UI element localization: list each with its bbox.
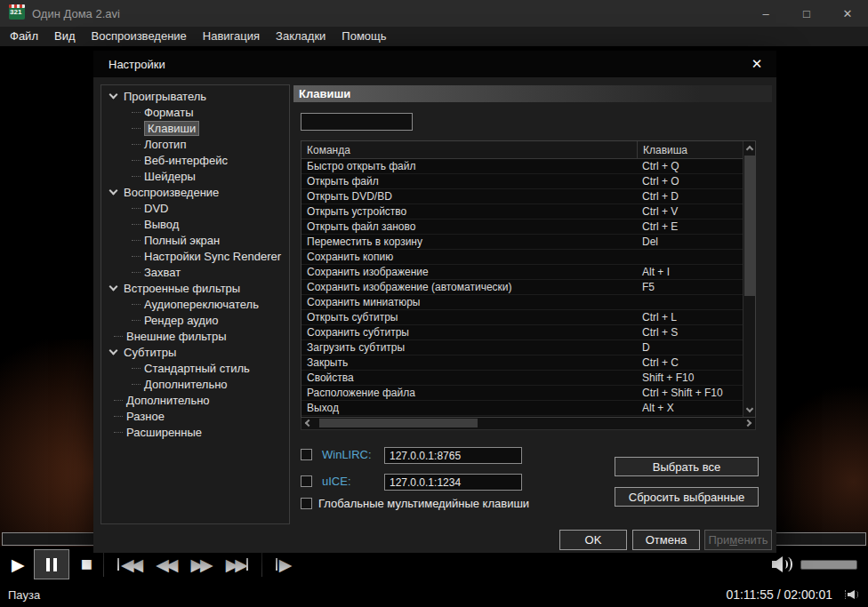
winlirc-address-input[interactable] [384,447,522,464]
key-cell: Ctrl + V [637,204,743,219]
table-row[interactable]: Загрузить субтитрыD [301,340,743,355]
table-row[interactable]: Сохранить субтитрыCtrl + S [301,325,743,340]
fast-forward-button[interactable]: ▶▶ [182,549,217,579]
key-cell: Ctrl + L [637,310,743,324]
rewind-icon: ◀◀ [156,555,174,575]
menu-playback[interactable]: Воспроизведение [84,27,195,46]
tree-item-output[interactable]: Вывод [101,216,289,232]
uice-checkbox[interactable] [301,475,312,487]
tree-item-formats[interactable]: Форматы [101,104,289,120]
tree-item-fullscreen[interactable]: Полный экран [101,232,289,248]
scroll-up-icon[interactable] [745,146,752,153]
menu-file[interactable]: Файл [2,27,46,46]
volume-controls [772,555,857,574]
tree-item-capture[interactable]: Захват [101,264,289,280]
global-media-keys-checkbox[interactable] [301,498,312,509]
divider [261,552,262,577]
scroll-down-icon[interactable] [746,405,753,412]
table-row[interactable]: Сохранить изображение (автоматически)F5 [301,280,743,295]
menu-view[interactable]: Вид [46,27,84,46]
table-row[interactable]: Сохранить изображениеAlt + I [301,265,743,280]
command-cell: Свойства [301,371,637,385]
uice-address-input[interactable] [384,474,522,491]
command-cell: Выход [301,401,637,415]
ok-button[interactable]: OK [559,530,627,550]
tree-item-sync-renderer[interactable]: Настройки Sync Renderer [101,248,289,264]
tree-item-subtitles-misc[interactable]: Дополнительно [101,376,289,392]
tree-connector [132,240,141,241]
rewind-button[interactable]: ◀◀ [148,549,182,579]
table-row[interactable]: Переместить в корзинуDel [301,235,743,250]
menu-bookmarks[interactable]: Закладки [268,27,334,46]
close-button[interactable]: ✕ [827,0,868,27]
fast-forward-icon: ▶▶ [190,555,209,575]
key-cell [637,250,743,264]
table-row[interactable]: Открыть файл зановоCtrl + E [301,220,743,235]
table-row[interactable]: Открыть DVD/BDCtrl + D [301,189,743,204]
select-all-button[interactable]: Выбрать все [615,457,759,476]
search-input[interactable] [301,113,413,131]
frame-step-button[interactable]: ▶ [268,549,298,579]
tree-item-advanced[interactable]: Дополнительно [101,392,289,408]
scroll-right-icon[interactable] [744,419,751,427]
tree-item-player[interactable]: Проигрыватель [101,88,289,104]
tree-item-dvd[interactable]: DVD [101,200,289,216]
minimize-button[interactable]: – [745,0,786,27]
table-row[interactable]: Сохранить миниатюры [301,295,743,310]
menubar: Файл Вид Воспроизведение Навигация Закла… [0,27,868,46]
tree-item-shaders[interactable]: Шейдеры [101,168,289,184]
table-row[interactable]: Открыть файлCtrl + O [301,174,743,189]
tree-item-keys[interactable]: Клавиши [101,120,289,136]
column-header-key[interactable]: Клавиша [637,141,743,158]
dialog-close-button[interactable]: ✕ [737,56,776,72]
tree-item-default-style[interactable]: Стандартный стиль [101,360,289,376]
tree-item-logo[interactable]: Логотип [101,136,289,152]
table-row[interactable]: ЗакрытьCtrl + C [301,355,743,371]
skip-back-button[interactable]: ◀◀ [109,549,148,579]
stop-button[interactable]: ■ [73,549,98,579]
table-row[interactable]: СвойстваShift + F10 [301,371,743,386]
tree-item-playback[interactable]: Воспроизведение [101,184,289,200]
command-cell: Открыть устройство [301,204,637,219]
tree-item-label: Внешние фильтры [126,330,227,343]
key-cell: Ctrl + Q [637,159,743,173]
tree-item-external-filters[interactable]: Внешние фильтры [101,328,289,344]
menu-help[interactable]: Помощь [334,27,394,46]
winlirc-checkbox[interactable] [301,449,312,460]
table-row[interactable]: Сохранить копию [301,250,743,265]
uice-label[interactable]: uICE: [322,475,351,488]
column-header-command[interactable]: Команда [301,141,637,158]
cancel-button[interactable]: Отмена [632,530,700,550]
tree-item-internal-filters[interactable]: Встроенные фильтры [101,280,289,296]
table-row[interactable]: Открыть субтитрыCtrl + L [301,310,743,325]
tree-item-web-interface[interactable]: Веб-интерфейс [101,152,289,168]
maximize-button[interactable]: □ [786,0,827,27]
table-row[interactable]: Быстро открыть файлCtrl + Q [301,159,743,174]
horizontal-scrollbar[interactable] [301,418,756,430]
play-button[interactable]: ▶ [4,549,30,579]
table-row[interactable]: Расположение файлаCtrl + Shift + F10 [301,386,743,401]
pause-button[interactable] [34,549,69,579]
tree-item-audio-switcher[interactable]: Аудиопереключатель [101,296,289,312]
tree-item-misc[interactable]: Разное [101,408,289,424]
table-row[interactable]: Открыть устройствоCtrl + V [301,204,743,220]
menu-navigation[interactable]: Навигация [195,27,268,46]
tree-connector [114,336,123,337]
tree-item-extended[interactable]: Расширенные [101,424,289,440]
key-cell: Ctrl + O [637,174,743,188]
table-row[interactable]: ВыходAlt + X [301,401,743,416]
scrollbar-thumb[interactable] [744,156,755,296]
command-cell: Сохранить изображение [301,265,637,279]
scroll-left-icon[interactable] [305,419,312,427]
volume-slider[interactable] [800,560,857,570]
winlirc-label[interactable]: WinLIRC: [322,448,372,461]
reset-selected-button[interactable]: Сбросить выбранные [615,487,759,507]
tree-item-subtitles[interactable]: Субтитры [101,344,289,360]
scrollbar-thumb[interactable] [319,419,478,427]
key-cell: Ctrl + Shift + F10 [637,386,743,400]
apply-button[interactable]: Применить [704,530,772,550]
vertical-scrollbar[interactable] [743,141,755,417]
tree-item-audio-renderer[interactable]: Рендер аудио [101,312,289,328]
skip-forward-button[interactable]: ▶▶ [218,549,256,579]
command-cell: Переместить в корзину [301,235,637,249]
